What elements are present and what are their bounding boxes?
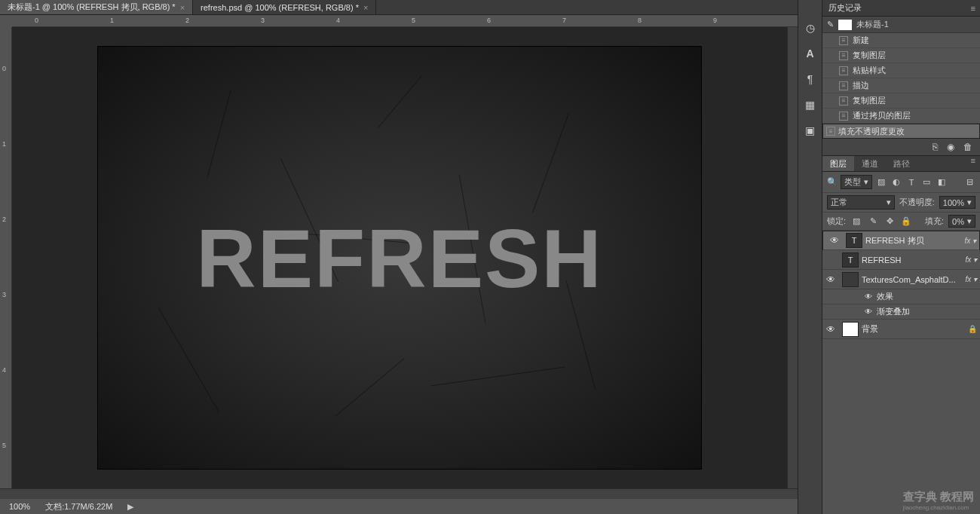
opacity-label: 不透明度: (899, 197, 935, 208)
step-icon: ≡ (839, 96, 848, 106)
character-icon[interactable]: A (804, 47, 817, 60)
history-item[interactable]: ≡复制图层 (822, 93, 980, 109)
ruler-horizontal[interactable]: 0 1 2 3 4 5 6 7 8 9 (12, 15, 798, 27)
tab-doc-1[interactable]: 未标题-1 @ 100% (REFRESH 拷贝, RGB/8) *× (0, 0, 193, 14)
layer-name[interactable]: REFRESH (862, 255, 962, 265)
layer-thumb (842, 322, 859, 337)
step-icon: ≡ (839, 51, 848, 60)
filter-select[interactable]: 类型▾ (841, 175, 872, 189)
doc-name: 未标题-1 (856, 19, 889, 30)
panel-title: 历史记录 (828, 2, 862, 14)
zoom-level[interactable]: 100% (9, 502, 30, 511)
close-icon[interactable]: × (180, 3, 185, 12)
step-icon: ≡ (839, 66, 848, 75)
layer-thumb-type: T (846, 233, 862, 248)
filter-shape-icon[interactable]: ▭ (920, 176, 933, 188)
tab-label: refresh.psd @ 100% (REFRESH, RGB/8) * (201, 3, 359, 12)
filter-adjust-icon[interactable]: ◐ (890, 176, 902, 188)
fx-badge[interactable]: fx ▾ (965, 255, 977, 264)
opacity-input[interactable]: 100%▾ (939, 196, 975, 209)
fx-badge[interactable]: fx ▾ (964, 237, 976, 245)
tab-doc-2[interactable]: refresh.psd @ 100% (REFRESH, RGB/8) *× (193, 0, 376, 14)
lock-paint-icon[interactable]: ✎ (867, 216, 879, 228)
visibility-icon[interactable]: 👁 (865, 292, 872, 301)
step-icon: ≡ (839, 112, 848, 121)
blend-mode-select[interactable]: 正常▾ (827, 195, 895, 210)
fill-label: 填充: (925, 216, 944, 227)
layer-row[interactable]: 👁 TexturesCom_AsphaltD... fx ▾ (822, 270, 980, 289)
chevron-right-icon[interactable]: ▶ (127, 502, 133, 512)
history-footer: ⎘ ◉ 🗑 (822, 139, 980, 155)
layer-effect-row[interactable]: 👁效果 (822, 289, 980, 304)
history-icon[interactable]: ◷ (804, 21, 817, 35)
doc-thumb (838, 20, 852, 30)
fx-badge[interactable]: fx ▾ (965, 275, 977, 283)
canvas-text: REFRESH (196, 210, 603, 306)
step-icon: ≡ (839, 36, 848, 45)
tab-label: 未标题-1 @ 100% (REFRESH 拷贝, RGB/8) * (8, 2, 176, 13)
layer-name[interactable]: REFRESH 拷贝 (865, 235, 961, 246)
visibility-icon[interactable]: 👁 (865, 307, 872, 316)
picture-icon[interactable]: ▣ (804, 124, 817, 137)
filter-toggle[interactable]: ⊟ (963, 176, 975, 188)
panel-dock: ◷ A ¶ ▦ ▣ (798, 0, 822, 514)
blend-row: 正常▾ 不透明度: 100%▾ (822, 193, 980, 213)
layer-effect-row[interactable]: 👁渐变叠加 (822, 304, 980, 320)
close-icon[interactable]: × (363, 3, 368, 12)
canvas[interactable]: REFRESH (98, 47, 701, 469)
history-item[interactable]: ≡通过拷贝的图层 (822, 109, 980, 124)
lock-icon: 🔒 (968, 325, 977, 333)
lock-all-icon[interactable]: 🔒 (900, 216, 912, 228)
history-item[interactable]: ≡粘贴样式 (822, 63, 980, 78)
layer-name[interactable]: 背景 (862, 323, 965, 335)
layer-thumb (842, 272, 859, 287)
status-bar: 100% 文档:1.77M/6.22M ▶ (0, 499, 798, 514)
step-icon: ≡ (826, 127, 835, 136)
lock-row: 锁定: ▨ ✎ ✥ 🔒 填充: 0%▾ (822, 213, 980, 231)
scrollbar-horizontal[interactable] (0, 488, 798, 499)
scrollbar-vertical[interactable] (787, 27, 798, 488)
history-item[interactable]: ≡复制图层 (822, 48, 980, 63)
layer-name[interactable]: TexturesCom_AsphaltD... (862, 275, 962, 284)
paragraph-icon[interactable]: ¶ (804, 72, 817, 86)
filter-type-icon[interactable]: T (905, 176, 917, 188)
canvas-area[interactable]: REFRESH (12, 27, 787, 488)
create-doc-icon[interactable]: ⎘ (933, 142, 938, 152)
layers-list: 👁 T REFRESH 拷贝 fx ▾ T REFRESH fx ▾ 👁 Tex… (822, 231, 980, 514)
history-item[interactable]: ≡填充不透明度更改 (822, 124, 980, 139)
layer-row[interactable]: T REFRESH fx ▾ (822, 250, 980, 270)
tab-channels[interactable]: 通道 (854, 156, 886, 171)
lock-position-icon[interactable]: ✥ (884, 216, 896, 228)
filter-smart-icon[interactable]: ◧ (936, 176, 948, 188)
lock-label: 锁定: (827, 216, 846, 227)
visibility-icon[interactable]: 👁 (822, 324, 839, 335)
lock-transparent-icon[interactable]: ▨ (850, 216, 862, 228)
layer-panel-tabs: 图层 通道 路径 ≡ (822, 155, 980, 172)
panel-menu-icon[interactable]: ≡ (966, 156, 980, 171)
step-icon: ≡ (839, 81, 848, 90)
tab-paths[interactable]: 路径 (886, 156, 917, 171)
visibility-icon[interactable]: 👁 (822, 274, 839, 285)
history-item[interactable]: ≡描边 (822, 78, 980, 93)
snapshot-icon[interactable]: ◉ (947, 142, 954, 152)
right-panels: 历史记录 ≡ ✎ 未标题-1 ≡新建 ≡复制图层 ≡粘贴样式 ≡描边 ≡复制图层… (822, 0, 980, 514)
layer-row[interactable]: 👁 T REFRESH 拷贝 fx ▾ (822, 231, 980, 250)
swatches-icon[interactable]: ▦ (804, 98, 817, 112)
doc-size[interactable]: 文档:1.77M/6.22M (45, 501, 112, 512)
visibility-icon[interactable]: 👁 (826, 235, 843, 246)
history-list: ≡新建 ≡复制图层 ≡粘贴样式 ≡描边 ≡复制图层 ≡通过拷贝的图层 ≡填充不透… (822, 33, 980, 139)
layer-thumb-type: T (842, 252, 859, 268)
history-doc-row[interactable]: ✎ 未标题-1 (822, 17, 980, 33)
history-item[interactable]: ≡新建 (822, 33, 980, 48)
document-tabs: 未标题-1 @ 100% (REFRESH 拷贝, RGB/8) *× refr… (0, 0, 798, 15)
layer-row[interactable]: 👁 背景 🔒 (822, 320, 980, 339)
brush-icon: ✎ (827, 20, 834, 29)
trash-icon[interactable]: 🗑 (963, 142, 972, 152)
panel-menu-icon[interactable]: ≡ (971, 4, 975, 13)
fill-input[interactable]: 0%▾ (948, 215, 975, 228)
filter-pixel-icon[interactable]: ▨ (875, 176, 887, 188)
tab-layers[interactable]: 图层 (822, 156, 854, 171)
history-panel-header[interactable]: 历史记录 ≡ (822, 0, 980, 17)
ruler-vertical[interactable]: 0 1 2 3 4 5 (0, 27, 12, 488)
layer-filter-row: 🔍 类型▾ ▨ ◐ T ▭ ◧ ⊟ (822, 172, 980, 193)
